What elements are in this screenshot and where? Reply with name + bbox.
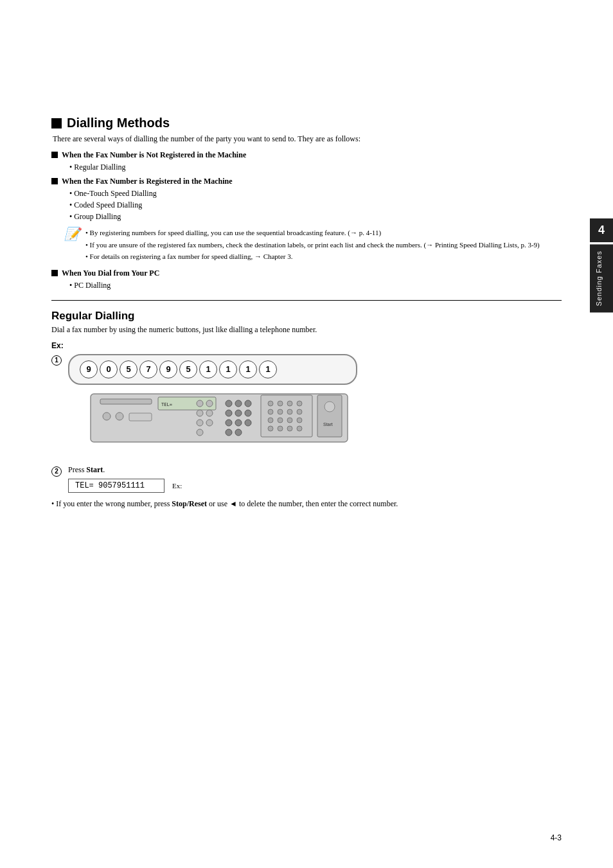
svg-point-5	[235, 400, 242, 407]
svg-point-42	[197, 420, 203, 426]
svg-point-38	[197, 400, 203, 407]
black-square-icon	[51, 118, 62, 128]
bottom-note-bold: Stop/Reset	[172, 499, 207, 508]
note-line-2: • If you are unsure of the registered fa…	[85, 240, 540, 251]
step1-num: 1	[51, 355, 62, 366]
svg-point-11	[235, 420, 242, 426]
svg-point-36	[116, 412, 123, 420]
page: 4 Sending Faxes Dialling Methods There a…	[0, 0, 613, 868]
key-7: 7	[139, 360, 157, 378]
list-item: Regular Dialling	[69, 161, 562, 173]
svg-point-31	[297, 426, 302, 431]
pc-list: PC Dialling	[69, 279, 562, 291]
svg-point-33	[324, 402, 335, 412]
key-0: 0	[100, 360, 118, 378]
section-title-dialling-methods: Dialling Methods	[51, 116, 562, 130]
key-9b: 9	[159, 360, 177, 378]
subsection-not-registered: When the Fax Number is Not Registered in…	[51, 150, 562, 173]
step2-text-pre: Press	[68, 465, 86, 474]
svg-point-44	[197, 429, 203, 436]
note-icon: 📝	[64, 226, 80, 242]
svg-point-18	[287, 401, 292, 406]
svg-point-28	[268, 426, 273, 431]
key-1c: 1	[239, 360, 257, 378]
svg-point-8	[235, 410, 242, 416]
intro-text: There are several ways of dialling the n…	[53, 134, 562, 144]
svg-point-20	[268, 409, 273, 414]
tel-row: TEL= 9057951111 Ex:	[68, 479, 182, 493]
bottom-note-mid: or use	[207, 499, 229, 508]
subsection-registered-title: When the Fax Number is Registered in the…	[51, 177, 562, 186]
step2-num: 2	[51, 466, 62, 477]
svg-point-13	[226, 429, 232, 436]
svg-text:TEL=: TEL=	[161, 402, 172, 407]
regular-dialling-section: Regular Dialling Dial a fax number by us…	[51, 310, 562, 509]
small-square-icon-2	[51, 178, 58, 184]
svg-point-29	[278, 426, 283, 431]
svg-point-14	[235, 429, 242, 436]
arrow-icon: ◄	[229, 499, 237, 508]
svg-point-10	[226, 420, 232, 426]
svg-point-12	[245, 420, 251, 426]
svg-point-17	[278, 401, 283, 406]
step2-bold: Start	[86, 465, 103, 474]
list-item: PC Dialling	[69, 279, 562, 291]
step2-container: 2 Press Start. TEL= 9057951111 Ex:	[51, 465, 562, 493]
chapter-number: 4	[590, 218, 613, 242]
step1-content: 9 0 5 7 9 5 1 1 1 1	[68, 354, 357, 459]
small-square-icon	[51, 152, 58, 158]
svg-point-16	[268, 401, 273, 406]
svg-point-30	[287, 426, 292, 431]
ex-sub: Ex:	[172, 482, 182, 490]
bottom-note-pre: • If you enter the wrong number, press	[51, 499, 172, 508]
ex-label: Ex:	[51, 341, 562, 350]
svg-point-7	[226, 410, 232, 416]
list-item: One-Touch Speed Dialling	[69, 188, 562, 199]
page-number: 4-3	[551, 833, 562, 842]
key-5b: 5	[179, 360, 197, 378]
svg-rect-37	[129, 413, 152, 421]
key-1d: 1	[259, 360, 277, 378]
section-divider	[51, 300, 562, 301]
regular-dialling-description: Dial a fax number by using the numeric b…	[51, 325, 562, 335]
step1-container: 1 9 0 5 7 9 5 1 1 1 1	[51, 354, 562, 459]
registered-list: One-Touch Speed Dialling Coded Speed Dia…	[69, 188, 562, 222]
svg-point-21	[278, 409, 283, 414]
list-item: Coded Speed Dialling	[69, 199, 562, 211]
subsection-pc-title: When You Dial from Your PC	[51, 269, 562, 278]
key-1b: 1	[219, 360, 237, 378]
svg-text:Start: Start	[323, 422, 333, 427]
fax-machine-svg: TEL=	[87, 387, 357, 448]
subsection-not-registered-title: When the Fax Number is Not Registered in…	[51, 150, 562, 160]
chapter-tab-label: Sending Faxes	[590, 244, 613, 312]
bottom-note: • If you enter the wrong number, press S…	[51, 498, 562, 509]
step2-text-post: .	[103, 465, 105, 474]
svg-point-23	[297, 409, 302, 414]
svg-point-26	[287, 418, 292, 423]
subsection-registered: When the Fax Number is Registered in the…	[51, 177, 562, 222]
key-1a: 1	[199, 360, 217, 378]
svg-point-6	[245, 400, 251, 407]
svg-point-27	[297, 418, 302, 423]
key-9: 9	[80, 360, 98, 378]
svg-point-40	[197, 410, 203, 416]
step2-content: Press Start. TEL= 9057951111 Ex:	[68, 465, 182, 493]
tel-display: TEL= 9057951111	[68, 479, 164, 493]
svg-point-35	[103, 412, 111, 420]
svg-point-41	[206, 410, 213, 416]
bottom-note-post: to delete the number, then enter the cor…	[237, 499, 398, 508]
content-area: Dialling Methods There are several ways …	[51, 116, 562, 509]
svg-point-25	[278, 418, 283, 423]
svg-point-39	[206, 400, 213, 407]
svg-point-43	[206, 420, 213, 426]
svg-point-19	[297, 401, 302, 406]
note-content: • By registering numbers for speed diall…	[85, 227, 540, 263]
not-registered-list: Regular Dialling	[69, 161, 562, 173]
section-title-text: Dialling Methods	[67, 116, 170, 130]
note-line-1: • By registering numbers for speed diall…	[85, 227, 540, 239]
regular-dialling-title: Regular Dialling	[51, 310, 562, 323]
svg-rect-1	[100, 399, 152, 404]
svg-point-22	[287, 409, 292, 414]
key-5: 5	[120, 360, 138, 378]
subsection-pc: When You Dial from Your PC PC Dialling	[51, 269, 562, 291]
